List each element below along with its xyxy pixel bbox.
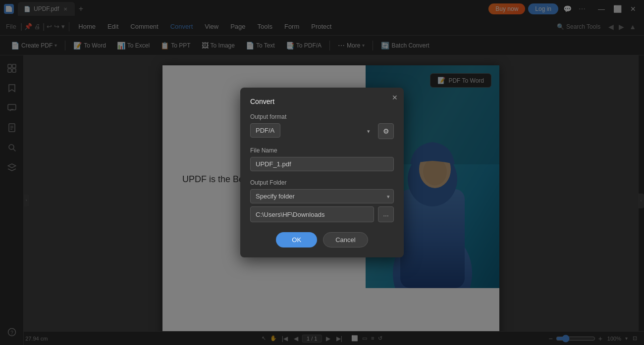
folder-path-row: C:\Users\HF\Downloads …: [250, 206, 394, 222]
output-format-row: PDF/A PDF/X PDF/E ⚙: [250, 123, 394, 139]
modal-footer: OK Cancel: [250, 232, 394, 247]
convert-modal: Convert ✕ Output format PDF/A PDF/X PDF/…: [240, 88, 404, 257]
output-folder-select[interactable]: Specify folder: [250, 189, 394, 203]
modal-title: Convert: [250, 98, 394, 105]
modal-close-button[interactable]: ✕: [392, 94, 398, 101]
file-name-label: File Name: [250, 147, 394, 154]
folder-path-input[interactable]: C:\Users\HF\Downloads: [250, 206, 374, 222]
cancel-button[interactable]: Cancel: [323, 232, 368, 247]
file-name-input[interactable]: UPDF_1.pdf: [250, 157, 394, 171]
output-format-label: Output format: [250, 113, 394, 120]
browse-folder-button[interactable]: …: [378, 206, 394, 222]
output-folder-select-wrapper: Specify folder: [250, 189, 394, 203]
output-format-select-wrapper: PDF/A PDF/X PDF/E: [250, 123, 374, 139]
output-folder-label: Output Folder: [250, 179, 394, 186]
modal-overlay: Convert ✕ Output format PDF/A PDF/X PDF/…: [0, 0, 644, 345]
output-format-settings-icon[interactable]: ⚙: [378, 123, 394, 139]
ok-button[interactable]: OK: [276, 232, 317, 247]
output-format-select[interactable]: PDF/A PDF/X PDF/E: [250, 123, 280, 138]
